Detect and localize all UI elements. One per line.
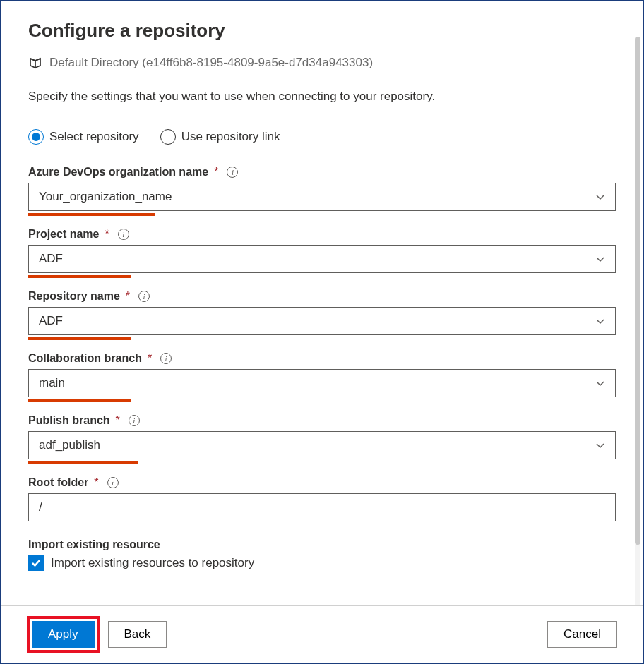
field-label: Root folder (28, 476, 88, 489)
root-folder-input[interactable] (28, 493, 616, 521)
publish-dropdown[interactable]: adf_publish (28, 431, 616, 459)
highlight-underline (28, 399, 131, 402)
highlight-underline (28, 461, 138, 464)
footer: Apply Back Cancel (1, 605, 643, 663)
chevron-down-icon (595, 316, 605, 326)
field-label: Repository name (28, 290, 120, 303)
apply-highlight-box: Apply (27, 616, 100, 653)
field-collab: Collaboration branch * i main (28, 352, 616, 397)
page-title: Configure a repository (28, 20, 616, 42)
chevron-down-icon (595, 192, 605, 202)
dropdown-value: ADF (39, 314, 63, 328)
apply-button[interactable]: Apply (32, 621, 95, 648)
field-root: Root folder * i (28, 476, 616, 521)
directory-icon (28, 56, 42, 70)
radio-label: Use repository link (181, 130, 280, 144)
org-dropdown[interactable]: Your_organization_name (28, 183, 616, 211)
project-dropdown[interactable]: ADF (28, 245, 616, 273)
field-label: Publish branch (28, 414, 110, 427)
radio-icon (160, 129, 176, 145)
info-icon[interactable]: i (107, 477, 119, 488)
import-checkbox[interactable] (28, 555, 44, 571)
dropdown-value: Your_organization_name (39, 190, 172, 204)
directory-row: Default Directory (e14ff6b8-8195-4809-9a… (28, 56, 616, 70)
collab-dropdown[interactable]: main (28, 369, 616, 397)
info-icon[interactable]: i (160, 353, 172, 364)
cancel-button[interactable]: Cancel (547, 621, 617, 648)
radio-icon (28, 129, 44, 145)
chevron-down-icon (595, 440, 605, 450)
highlight-underline (28, 275, 131, 278)
dropdown-value: ADF (39, 252, 63, 266)
radio-select-repository[interactable]: Select repository (28, 129, 139, 145)
chevron-down-icon (595, 378, 605, 388)
dropdown-value: adf_publish (39, 438, 100, 452)
scrollbar-thumb[interactable] (635, 37, 640, 545)
field-repo: Repository name * i ADF (28, 290, 616, 335)
required-mark: * (126, 290, 130, 303)
info-icon[interactable]: i (227, 167, 238, 178)
field-label: Project name (28, 228, 99, 241)
required-mark: * (105, 228, 109, 241)
radio-group: Select repository Use repository link (28, 129, 616, 145)
field-label: Azure DevOps organization name (28, 166, 208, 179)
import-heading: Import existing resource (28, 538, 616, 551)
field-label: Collaboration branch (28, 352, 142, 365)
dropdown-value: main (39, 376, 65, 390)
info-icon[interactable]: i (138, 291, 150, 302)
highlight-underline (28, 337, 131, 340)
checkbox-label: Import existing resources to repository (51, 556, 254, 570)
repo-dropdown[interactable]: ADF (28, 307, 616, 335)
required-mark: * (94, 476, 98, 489)
field-org: Azure DevOps organization name * i Your_… (28, 166, 616, 211)
import-checkbox-row: Import existing resources to repository (28, 555, 616, 571)
field-publish: Publish branch * i adf_publish (28, 414, 616, 459)
back-button[interactable]: Back (108, 621, 167, 648)
required-mark: * (148, 352, 152, 365)
field-project: Project name * i ADF (28, 228, 616, 273)
required-mark: * (214, 166, 218, 179)
highlight-underline (28, 213, 155, 216)
required-mark: * (116, 414, 120, 427)
instruction-text: Specify the settings that you want to us… (28, 90, 616, 104)
info-icon[interactable]: i (118, 229, 129, 240)
info-icon[interactable]: i (129, 415, 140, 426)
radio-label: Select repository (49, 130, 139, 144)
radio-use-link[interactable]: Use repository link (160, 129, 280, 145)
directory-text: Default Directory (e14ff6b8-8195-4809-9a… (49, 56, 373, 70)
chevron-down-icon (595, 254, 605, 264)
